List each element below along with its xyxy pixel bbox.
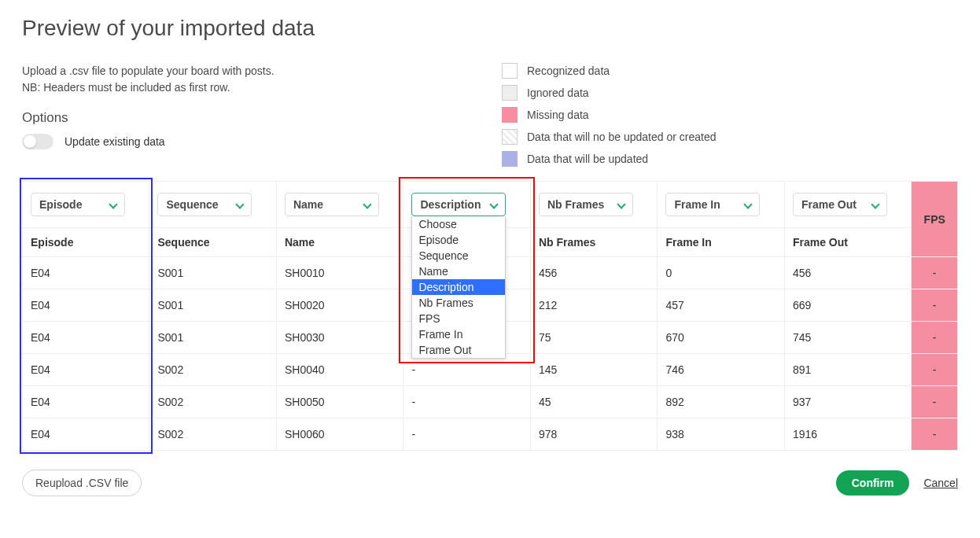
cell-sequence: S001	[149, 257, 276, 289]
cell-episode: E04	[23, 257, 149, 289]
dropdown-option[interactable]: Nb Frames	[412, 295, 505, 311]
column-select-episode-label: Episode	[39, 198, 82, 211]
legend-missing: Missing data	[527, 109, 589, 121]
column-select-sequence-label: Sequence	[166, 198, 218, 211]
dropdown-option[interactable]: Frame Out	[412, 342, 505, 358]
cell-nbframes: 145	[530, 354, 657, 386]
cell-episode: E04	[23, 386, 149, 418]
cell-framein: 746	[658, 354, 784, 386]
cell-frameout: 669	[784, 289, 911, 322]
column-select-sequence[interactable]: Sequence	[157, 193, 252, 216]
column-select-framein[interactable]: Frame In	[665, 193, 760, 216]
cell-sequence: S001	[149, 289, 276, 322]
dropdown-option[interactable]: Episode	[412, 232, 505, 248]
cell-fps: -	[912, 354, 958, 386]
cell-frameout: 937	[784, 386, 911, 418]
swatch-noupdate	[502, 129, 518, 145]
dropdown-option[interactable]: Name	[412, 263, 505, 279]
legend-update: Data that will be updated	[527, 153, 648, 165]
chevron-down-icon	[489, 201, 497, 208]
cell-framein: 938	[658, 418, 784, 451]
column-select-frameout-label: Frame Out	[801, 198, 857, 211]
column-select-framein-label: Frame In	[674, 198, 720, 211]
dropdown-option[interactable]: Sequence	[412, 248, 505, 263]
update-existing-toggle[interactable]	[22, 134, 53, 149]
instruction-line-1: Upload a .csv file to populate your boar…	[22, 63, 289, 79]
legend-noupdate: Data that will no be updated or created	[527, 131, 717, 143]
cell-framein: 670	[658, 322, 784, 354]
column-select-name-label: Name	[293, 198, 323, 211]
cell-name: SH0020	[276, 289, 403, 322]
cell-sequence: S002	[149, 354, 276, 386]
column-select-description-label: Description	[420, 198, 481, 211]
column-header-name: Name	[276, 228, 403, 257]
column-select-description[interactable]: Description	[411, 193, 506, 216]
chevron-down-icon	[235, 201, 243, 208]
cell-name: SH0010	[276, 257, 403, 289]
column-header-episode: Episode	[23, 228, 149, 257]
cell-description: -	[403, 386, 530, 418]
cell-nbframes: 45	[530, 386, 657, 418]
cell-name: SH0030	[276, 322, 403, 354]
reupload-button[interactable]: Reupload .CSV file	[22, 470, 142, 496]
cell-frameout: 891	[784, 354, 911, 386]
cell-episode: E04	[23, 289, 149, 322]
update-existing-label: Update existing data	[64, 135, 165, 148]
chevron-down-icon	[363, 201, 370, 208]
dropdown-option[interactable]: Frame In	[412, 326, 505, 342]
cell-sequence: S002	[149, 418, 276, 451]
cell-name: SH0060	[276, 418, 403, 451]
legend-ignored: Ignored data	[527, 87, 589, 99]
legend-recognized: Recognized data	[527, 64, 610, 77]
cell-name: SH0040	[276, 354, 403, 386]
column-select-frameout[interactable]: Frame Out	[793, 193, 887, 216]
chevron-down-icon	[871, 201, 879, 208]
cell-sequence: S001	[149, 322, 276, 354]
cell-nbframes: 978	[530, 418, 657, 451]
cell-nbframes: 212	[530, 289, 657, 322]
cell-frameout: 1916	[784, 418, 911, 451]
column-select-nbframes-label: Nb Frames	[547, 198, 604, 211]
swatch-ignored	[502, 85, 518, 101]
cancel-link[interactable]: Cancel	[923, 477, 958, 489]
page-title: Preview of your imported data	[22, 16, 958, 41]
cell-fps: -	[912, 289, 958, 322]
options-heading: Options	[22, 110, 289, 126]
cell-nbframes: 75	[530, 322, 657, 354]
column-select-episode[interactable]: Episode	[31, 193, 125, 216]
instruction-line-2: NB: Headers must be included as first ro…	[22, 79, 289, 96]
cell-name: SH0050	[276, 386, 403, 418]
cell-fps: -	[912, 418, 958, 451]
cell-episode: E04	[23, 418, 149, 451]
cell-framein: 457	[658, 289, 784, 322]
dropdown-option[interactable]: Choose	[412, 216, 505, 232]
swatch-recognized	[502, 63, 518, 79]
cell-sequence: S002	[149, 386, 276, 418]
cell-episode: E04	[23, 354, 149, 386]
column-header-nbframes: Nb Frames	[530, 228, 657, 257]
cell-framein: 892	[658, 386, 784, 418]
dropdown-option[interactable]: FPS	[412, 311, 505, 326]
swatch-update	[502, 151, 518, 167]
cell-framein: 0	[658, 257, 784, 289]
column-header-sequence: Sequence	[149, 228, 276, 257]
column-select-description-dropdown[interactable]: ChooseEpisodeSequenceNameDescriptionNb F…	[411, 216, 506, 359]
column-header-framein: Frame In	[658, 228, 784, 257]
cell-frameout: 745	[784, 322, 911, 354]
confirm-button[interactable]: Confirm	[836, 470, 910, 496]
chevron-down-icon	[617, 201, 624, 208]
column-select-nbframes[interactable]: Nb Frames	[539, 193, 633, 216]
cell-episode: E04	[23, 322, 149, 354]
cell-fps: -	[912, 257, 958, 289]
column-header-frameout: Frame Out	[784, 228, 911, 257]
instructions: Upload a .csv file to populate your boar…	[22, 63, 289, 96]
chevron-down-icon	[743, 201, 751, 208]
column-header-fps: FPS	[912, 182, 958, 257]
chevron-down-icon	[109, 201, 116, 208]
cell-description: -	[403, 418, 530, 451]
dropdown-option[interactable]: Description	[412, 279, 505, 295]
cell-fps: -	[912, 386, 958, 418]
column-select-name[interactable]: Name	[285, 193, 379, 216]
cell-fps: -	[912, 322, 958, 354]
table-row: E04S002SH0050-45892937-	[23, 386, 958, 418]
